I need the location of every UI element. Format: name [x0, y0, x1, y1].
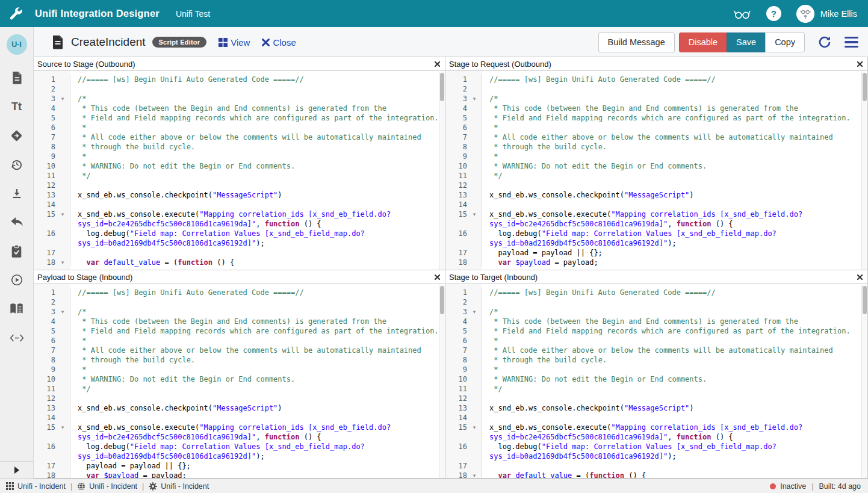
- close-button[interactable]: Close: [262, 37, 296, 48]
- code-text[interactable]: [482, 413, 867, 423]
- code-text[interactable]: log.debug("Field map: Correlation Values…: [70, 442, 445, 461]
- code-line[interactable]: 6 *: [34, 336, 445, 346]
- code-line[interactable]: 12: [34, 181, 445, 190]
- code-line[interactable]: 16 log.debug("Field map: Correlation Val…: [445, 229, 867, 248]
- code-text[interactable]: //===== [ws] Begin Unifi Auto Generated …: [70, 75, 445, 84]
- code-line[interactable]: 8 * through the build cycle.: [34, 355, 445, 365]
- code-line[interactable]: 13x_snd_eb.ws_console.checkpoint("Messag…: [34, 403, 445, 413]
- expand-right-icon[interactable]: [0, 461, 33, 479]
- code-text[interactable]: [482, 461, 867, 471]
- code-line[interactable]: 6 *: [34, 123, 445, 132]
- fold-toggle-icon[interactable]: ▾: [467, 471, 482, 478]
- code-text[interactable]: * All code either above or below the com…: [70, 132, 445, 142]
- fold-toggle-icon[interactable]: ▾: [467, 209, 482, 219]
- code-editor[interactable]: 1//===== [ws] Begin Unifi Auto Generated…: [34, 284, 445, 478]
- glasses-icon[interactable]: [733, 8, 751, 20]
- code-line[interactable]: 15▾x_snd_eb.ws_console.execute("Mapping …: [34, 423, 445, 442]
- fold-toggle-icon[interactable]: ▾: [55, 258, 70, 267]
- code-line[interactable]: 3▾/*: [34, 94, 445, 104]
- code-text[interactable]: * Field and Field mapping records which …: [482, 326, 867, 336]
- integration-avatar[interactable]: U-I: [7, 34, 27, 55]
- text-format-icon[interactable]: Tt: [10, 100, 24, 113]
- code-line[interactable]: 7 * All code either above or below the c…: [34, 346, 445, 355]
- code-line[interactable]: 16 log.debug("Field map: Correlation Val…: [34, 229, 445, 248]
- code-text[interactable]: *: [482, 365, 867, 374]
- code-icon[interactable]: [10, 331, 24, 344]
- code-text[interactable]: //===== [ws] Begin Unifi Auto Generated …: [482, 288, 867, 297]
- code-text[interactable]: *: [482, 336, 867, 346]
- code-line[interactable]: 16 log.debug("Field map: Correlation Val…: [34, 442, 445, 461]
- code-text[interactable]: * This code (between the Begin and End c…: [70, 317, 445, 326]
- code-text[interactable]: [482, 200, 867, 209]
- code-text[interactable]: var default_value = (function () {: [70, 258, 445, 267]
- code-text[interactable]: var default_value = (function () {: [482, 471, 867, 478]
- code-line[interactable]: 13x_snd_eb.ws_console.checkpoint("Messag…: [445, 403, 867, 413]
- help-icon[interactable]: ?: [766, 6, 781, 21]
- fold-toggle-icon[interactable]: ▾: [55, 209, 70, 219]
- code-text[interactable]: * This code (between the Begin and End c…: [482, 104, 867, 113]
- code-text[interactable]: *: [70, 336, 445, 346]
- code-line[interactable]: 9 *: [34, 152, 445, 161]
- code-text[interactable]: [70, 200, 445, 209]
- status-tab-application[interactable]: Unifi - Incident: [6, 482, 66, 491]
- code-text[interactable]: x_snd_eb.ws_console.execute("Mapping cor…: [70, 209, 445, 229]
- scrollbar-thumb[interactable]: [440, 73, 444, 101]
- code-line[interactable]: 18▾ var default_value = (function () {: [445, 471, 867, 478]
- code-line[interactable]: 9 *: [445, 365, 867, 374]
- code-text[interactable]: *: [482, 152, 867, 161]
- code-text[interactable]: [70, 394, 445, 403]
- code-editor[interactable]: 1//===== [ws] Begin Unifi Auto Generated…: [445, 71, 867, 270]
- code-text[interactable]: var $payload = payload;: [482, 258, 867, 267]
- code-text[interactable]: x_snd_eb.ws_console.checkpoint("MessageS…: [70, 403, 445, 413]
- code-text[interactable]: x_snd_eb.ws_console.checkpoint("MessageS…: [70, 190, 445, 200]
- code-text[interactable]: x_snd_eb.ws_console.execute("Mapping cor…: [482, 423, 867, 442]
- panel-close-icon[interactable]: [857, 274, 863, 280]
- code-text[interactable]: [70, 181, 445, 190]
- panel-close-icon[interactable]: [435, 61, 440, 67]
- code-text[interactable]: x_snd_eb.ws_console.execute("Mapping cor…: [70, 423, 445, 442]
- status-tab-integration[interactable]: Unifi - Incident: [77, 482, 137, 491]
- code-line[interactable]: 10 * WARNING: Do not edit the Begin or E…: [445, 374, 867, 384]
- code-line[interactable]: 13x_snd_eb.ws_console.checkpoint("Messag…: [445, 190, 867, 200]
- code-text[interactable]: [70, 297, 445, 307]
- history-icon[interactable]: [10, 158, 24, 171]
- code-text[interactable]: /*: [482, 94, 867, 104]
- code-text[interactable]: [70, 413, 445, 423]
- code-line[interactable]: 11 */: [445, 171, 867, 181]
- code-text[interactable]: //===== [ws] Begin Unifi Auto Generated …: [482, 75, 867, 84]
- code-line[interactable]: 4 * This code (between the Begin and End…: [34, 317, 445, 326]
- code-line[interactable]: 9 *: [445, 152, 867, 161]
- code-text[interactable]: * through the build cycle.: [482, 142, 867, 152]
- code-line[interactable]: 10 * WARNING: Do not edit the Begin or E…: [34, 374, 445, 384]
- code-line[interactable]: 5 * Field and Field mapping records whic…: [34, 113, 445, 123]
- fold-toggle-icon[interactable]: ▾: [467, 423, 482, 432]
- code-text[interactable]: * WARNING: Do not edit the Begin or End …: [70, 161, 445, 171]
- code-line[interactable]: 1//===== [ws] Begin Unifi Auto Generated…: [34, 75, 445, 84]
- panel-close-icon[interactable]: [435, 274, 440, 280]
- code-line[interactable]: 3▾/*: [34, 307, 445, 317]
- code-text[interactable]: * All code either above or below the com…: [482, 132, 867, 142]
- code-text[interactable]: [482, 84, 867, 94]
- code-text[interactable]: * WARNING: Do not edit the Begin or End …: [482, 374, 867, 384]
- build-message-button[interactable]: Build Message: [598, 33, 675, 52]
- code-line[interactable]: 11 */: [34, 384, 445, 394]
- code-text[interactable]: *: [70, 365, 445, 374]
- code-text[interactable]: *: [70, 123, 445, 132]
- code-line[interactable]: 2: [34, 297, 445, 307]
- code-text[interactable]: [70, 248, 445, 258]
- code-line[interactable]: 4 * This code (between the Begin and End…: [34, 104, 445, 113]
- code-line[interactable]: 18 var $payload = payload;: [34, 471, 445, 478]
- code-line[interactable]: 7 * All code either above or below the c…: [445, 132, 867, 142]
- code-text[interactable]: //===== [ws] Begin Unifi Auto Generated …: [70, 288, 445, 297]
- code-line[interactable]: 11 */: [445, 384, 867, 394]
- code-line[interactable]: 2: [445, 84, 867, 94]
- code-line[interactable]: 7 * All code either above or below the c…: [34, 132, 445, 142]
- code-line[interactable]: 11 */: [34, 171, 445, 181]
- code-line[interactable]: 14: [445, 200, 867, 209]
- disable-button[interactable]: Disable: [679, 33, 727, 52]
- code-text[interactable]: /*: [482, 307, 867, 317]
- run-icon[interactable]: [10, 273, 24, 287]
- code-text[interactable]: log.debug("Field map: Correlation Values…: [482, 442, 867, 461]
- code-line[interactable]: 17 payload = payload || {};: [34, 461, 445, 471]
- code-text[interactable]: * Field and Field mapping records which …: [70, 326, 445, 336]
